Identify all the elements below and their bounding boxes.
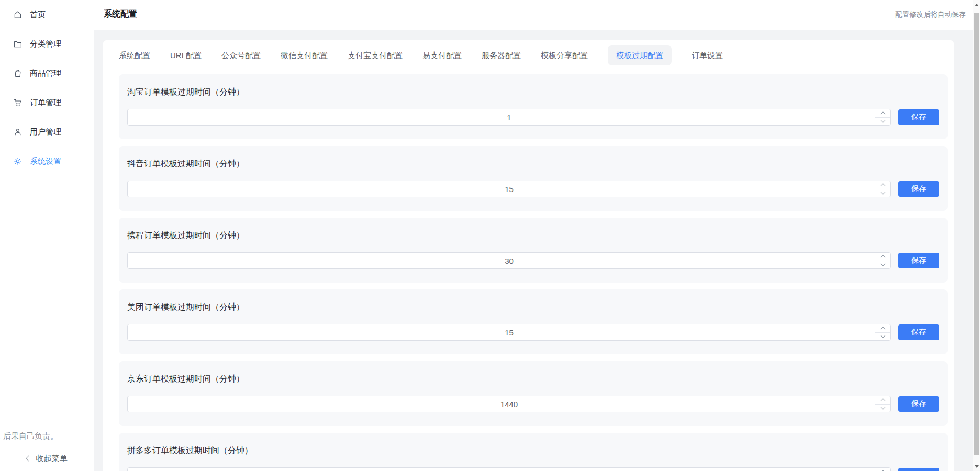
field-label: 拼多多订单模板过期时间（分钟） [127, 445, 939, 456]
tab-system-config[interactable]: 系统配置 [119, 50, 150, 61]
douyin-expiry-input[interactable] [127, 181, 891, 197]
triangle-up-icon [975, 4, 979, 6]
user-icon [13, 127, 23, 137]
tab-url-config[interactable]: URL配置 [170, 50, 202, 61]
field-label: 淘宝订单模板过期时间（分钟） [127, 87, 939, 97]
save-button[interactable]: 保存 [898, 396, 939, 412]
field-label: 美团订单模板过期时间（分钟） [127, 302, 939, 312]
scroll-down-button[interactable] [973, 463, 980, 470]
form-sections: 淘宝订单模板过期时间（分钟） 保存 抖音订单模板过期时间（分钟） [119, 74, 948, 471]
save-button[interactable]: 保存 [898, 109, 939, 125]
sidebar-item-label: 分类管理 [30, 39, 61, 49]
sidebar-item-label: 订单管理 [30, 98, 61, 108]
sidebar-notice-text: ，后果自己负责。 [0, 431, 94, 441]
number-spinner [875, 253, 890, 268]
sidebar-item-settings[interactable]: 系统设置 [0, 147, 94, 176]
sidebar-item-orders[interactable]: 订单管理 [0, 88, 94, 117]
meituan-expiry-input[interactable] [127, 324, 891, 341]
tab-alipay-config[interactable]: 支付宝支付配置 [348, 50, 403, 61]
sidebar-item-users[interactable]: 用户管理 [0, 117, 94, 147]
chevron-left-icon [26, 455, 31, 461]
config-card: 系统配置 URL配置 公众号配置 微信支付配置 支付宝支付配置 易支付配置 服务… [103, 40, 954, 471]
save-button[interactable]: 保存 [898, 181, 939, 197]
increase-button[interactable] [875, 468, 890, 471]
number-input-wrap [127, 252, 891, 269]
section-xiecheng-expiry: 携程订单模板过期时间（分钟） 保存 [119, 218, 948, 283]
save-button[interactable]: 保存 [898, 324, 939, 340]
field-label: 抖音订单模板过期时间（分钟） [127, 159, 939, 169]
decrease-button[interactable] [875, 261, 890, 269]
save-button[interactable]: 保存 [898, 253, 939, 268]
chevron-down-icon [881, 333, 886, 338]
field-label: 携程订单模板过期时间（分钟） [127, 230, 939, 241]
page-title: 系统配置 [104, 9, 137, 20]
number-spinner [875, 396, 890, 412]
field-label: 京东订单模板过期时间（分钟） [127, 374, 939, 384]
tab-official-account-config[interactable]: 公众号配置 [221, 50, 261, 61]
number-spinner [875, 109, 890, 125]
number-input-wrap [127, 396, 891, 412]
sidebar: 首页 分类管理 商品管理 订单管理 用户管理 [0, 0, 94, 471]
chevron-up-icon [881, 327, 886, 332]
tab-order-settings[interactable]: 订单设置 [692, 50, 723, 61]
section-jingdong-expiry: 京东订单模板过期时间（分钟） 保存 [119, 361, 948, 426]
taobao-expiry-input[interactable] [127, 109, 891, 126]
number-spinner [875, 468, 890, 471]
chevron-up-icon [881, 255, 886, 260]
tab-server-config[interactable]: 服务器配置 [482, 50, 521, 61]
gear-icon [13, 156, 23, 166]
sidebar-item-label: 系统设置 [30, 156, 61, 166]
tab-yipay-config[interactable]: 易支付配置 [422, 50, 462, 61]
number-spinner [875, 324, 890, 340]
increase-button[interactable] [875, 181, 890, 189]
section-taobao-expiry: 淘宝订单模板过期时间（分钟） 保存 [119, 74, 948, 139]
sidebar-item-home[interactable]: 首页 [0, 0, 94, 29]
number-input-wrap [127, 467, 891, 471]
number-spinner [875, 181, 890, 197]
decrease-button[interactable] [875, 333, 890, 341]
sidebar-nav: 首页 分类管理 商品管理 订单管理 用户管理 [0, 0, 94, 176]
number-input-wrap [127, 181, 891, 197]
chevron-up-icon [881, 111, 886, 117]
chevron-down-icon [881, 189, 886, 195]
main-content: 系统配置 URL配置 公众号配置 微信支付配置 支付宝支付配置 易支付配置 服务… [94, 30, 973, 471]
chevron-up-icon [881, 183, 886, 188]
section-douyin-expiry: 抖音订单模板过期时间（分钟） 保存 [119, 146, 948, 211]
increase-button[interactable] [875, 396, 890, 405]
number-input-wrap [127, 109, 891, 126]
number-input-wrap [127, 324, 891, 341]
vertical-scrollbar[interactable] [973, 0, 980, 471]
cart-icon [13, 98, 23, 107]
sidebar-item-categories[interactable]: 分类管理 [0, 29, 94, 59]
sidebar-footer: ，后果自己负责。 收起菜单 [0, 424, 94, 471]
sidebar-item-label: 商品管理 [30, 69, 61, 78]
folder-icon [13, 39, 23, 49]
scrollbar-thumb[interactable] [974, 13, 979, 455]
tab-template-expiry-config[interactable]: 模板过期配置 [608, 45, 672, 65]
tab-template-share-config[interactable]: 模板分享配置 [541, 50, 588, 61]
pinduoduo-expiry-input[interactable] [127, 467, 891, 471]
home-icon [13, 10, 23, 19]
save-button[interactable]: 保存 [898, 468, 939, 471]
chevron-down-icon [881, 261, 886, 266]
chevron-down-icon [881, 118, 886, 123]
xiecheng-expiry-input[interactable] [127, 252, 891, 269]
decrease-button[interactable] [875, 118, 890, 126]
scroll-up-button[interactable] [973, 1, 980, 8]
sidebar-item-products[interactable]: 商品管理 [0, 59, 94, 88]
increase-button[interactable] [875, 253, 890, 261]
chevron-up-icon [881, 398, 886, 403]
increase-button[interactable] [875, 109, 890, 118]
page-header: 系统配置 配置修改后将自动保存 [94, 0, 973, 29]
tab-wechat-pay-config[interactable]: 微信支付配置 [281, 50, 328, 61]
chevron-down-icon [881, 405, 886, 410]
increase-button[interactable] [875, 324, 890, 333]
sidebar-item-label: 首页 [30, 10, 46, 20]
jingdong-expiry-input[interactable] [127, 396, 891, 412]
collapse-menu-label: 收起菜单 [36, 454, 68, 464]
section-meituan-expiry: 美团订单模板过期时间（分钟） 保存 [119, 289, 948, 354]
decrease-button[interactable] [875, 405, 890, 412]
bag-icon [13, 69, 23, 78]
decrease-button[interactable] [875, 189, 890, 197]
collapse-menu-button[interactable]: 收起菜单 [0, 452, 94, 465]
